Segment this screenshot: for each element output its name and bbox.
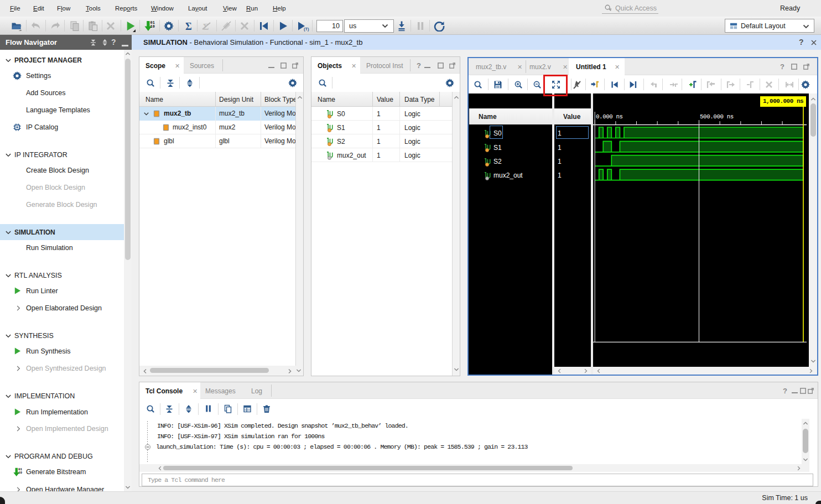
svg-text:500.000 ns: 500.000 ns [700,113,734,120]
svg-text:0.000 ns: 0.000 ns [596,113,623,120]
